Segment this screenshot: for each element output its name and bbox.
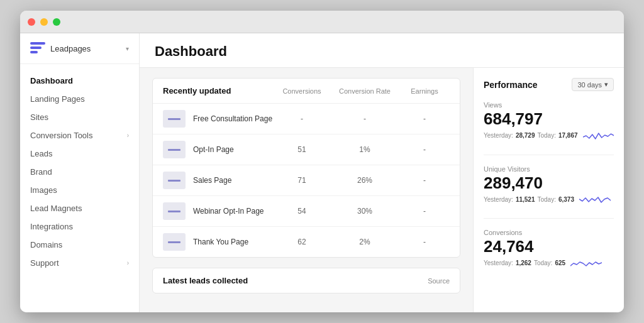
sidebar-item-leads[interactable]: Leads — [20, 145, 139, 163]
filter-label: 30 days — [577, 81, 602, 89]
performance-panel: Performance 30 days ▾ Views 684,797 Yest… — [473, 68, 624, 312]
page-name: Thank You Page — [193, 238, 274, 246]
sidebar-item-dashboard[interactable]: Dashboard — [20, 72, 139, 90]
row-conversions: 51 — [274, 145, 330, 154]
thumbnail-stripe — [168, 180, 180, 182]
nav-item-label: Lead Magnets — [30, 204, 82, 213]
leads-source-label: Source — [428, 277, 450, 285]
table-body: Free Consultation Page---Opt-In Page511%… — [153, 104, 460, 257]
thumbnail-stripe — [168, 149, 180, 151]
sidebar-item-lead-magnets[interactable]: Lead Magnets — [20, 199, 139, 217]
row-conversions: - — [274, 114, 330, 123]
yesterday-value: 28,729 — [516, 132, 535, 139]
content-area: Recently updated Conversions Conversion … — [140, 68, 624, 312]
nav-item-label: Images — [30, 185, 57, 195]
metric-block-views: Views 684,797 Yesterday: 28,729 Today: 1… — [484, 101, 614, 142]
performance-title: Performance — [484, 80, 572, 90]
sparkline-chart — [570, 257, 602, 270]
today-label: Today: — [537, 132, 555, 139]
sidebar-brand-name: Leadpages — [50, 44, 91, 53]
chevron-right-icon: › — [127, 132, 129, 139]
page-thumbnail — [163, 110, 186, 128]
row-conversions: 62 — [274, 238, 330, 246]
metric-value: 24,764 — [484, 238, 614, 256]
thumbnail-stripe — [168, 211, 180, 212]
row-earnings: - — [399, 176, 450, 185]
today-label: Today: — [537, 196, 555, 203]
row-conversions: 71 — [274, 176, 330, 185]
titlebar — [20, 11, 624, 33]
today-label: Today: — [534, 260, 552, 266]
sidebar-item-support[interactable]: Support› — [20, 254, 139, 272]
page-name: Free Consultation Page — [193, 114, 274, 123]
chevron-down-icon: ▾ — [126, 45, 129, 52]
today-value: 625 — [555, 260, 565, 266]
row-earnings: - — [399, 238, 450, 246]
nav-item-label: Conversion Tools — [30, 131, 92, 140]
page-name: Sales Page — [193, 176, 274, 185]
minimize-button[interactable] — [40, 18, 48, 26]
metric-label: Views — [484, 101, 614, 109]
sidebar-item-integrations[interactable]: Integrations — [20, 217, 139, 236]
yesterday-label: Yesterday: — [484, 196, 513, 203]
sidebar-item-domains[interactable]: Domains — [20, 236, 139, 254]
close-button[interactable] — [28, 18, 35, 26]
main-content: Dashboard Recently updated Conversions C… — [140, 33, 624, 312]
sidebar-item-conversion-tools[interactable]: Conversion Tools› — [20, 126, 139, 145]
today-value: 17,867 — [558, 132, 578, 139]
nav-item-label: Brand — [30, 167, 52, 177]
page-thumbnail — [163, 202, 186, 220]
metric-subtext: Yesterday: 11,521 Today: 6,373 — [484, 193, 614, 205]
table-row[interactable]: Webinar Opt-In Page5430%- — [153, 196, 460, 227]
nav-item-label: Dashboard — [30, 76, 73, 85]
sidebar-item-images[interactable]: Images — [20, 181, 139, 199]
app-window: Leadpages ▾ DashboardLanding PagesSitesC… — [20, 11, 624, 312]
thumbnail-stripe — [168, 118, 180, 120]
thumbnail-stripe — [168, 241, 180, 243]
nav-item-label: Domains — [30, 240, 62, 249]
row-rate: 1% — [330, 145, 399, 154]
yesterday-label: Yesterday: — [484, 260, 513, 266]
page-thumbnail — [163, 172, 186, 189]
nav-item-label: Sites — [30, 112, 48, 122]
metrics-container: Views 684,797 Yesterday: 28,729 Today: 1… — [484, 101, 614, 270]
nav-item-label: Support — [30, 258, 59, 268]
table-row[interactable]: Free Consultation Page--- — [153, 104, 460, 134]
logo-icon — [30, 42, 45, 55]
sparkline-chart — [583, 129, 614, 142]
sidebar-nav: DashboardLanding PagesSitesConversion To… — [20, 64, 139, 312]
maximize-button[interactable] — [53, 18, 60, 26]
col-rate-header: Conversion Rate — [330, 87, 399, 95]
sidebar-item-sites[interactable]: Sites — [20, 108, 139, 126]
page-name: Webinar Opt-In Page — [193, 207, 274, 216]
sidebar-item-brand[interactable]: Brand — [20, 163, 139, 181]
leads-header: Latest leads collected Source — [153, 268, 460, 293]
chevron-right-icon: › — [127, 260, 129, 266]
sidebar-item-landing-pages[interactable]: Landing Pages — [20, 90, 139, 108]
page-title: Dashboard — [155, 43, 609, 60]
yesterday-value: 1,262 — [516, 260, 531, 266]
yesterday-value: 11,521 — [516, 196, 535, 203]
nav-item-label: Leads — [30, 149, 52, 158]
sidebar-header[interactable]: Leadpages ▾ — [20, 33, 139, 64]
table-row[interactable]: Opt-In Page511%- — [153, 134, 460, 165]
table-header: Recently updated Conversions Conversion … — [153, 79, 460, 104]
performance-filter[interactable]: 30 days ▾ — [572, 78, 614, 91]
table-row[interactable]: Sales Page7126%- — [153, 165, 460, 196]
page-thumbnail — [163, 141, 186, 158]
row-rate: - — [330, 114, 399, 123]
metric-subtext: Yesterday: 28,729 Today: 17,867 — [484, 129, 614, 142]
nav-item-label: Landing Pages — [30, 94, 85, 104]
app-body: Leadpages ▾ DashboardLanding PagesSitesC… — [20, 33, 624, 312]
table-row[interactable]: Thank You Page622%- — [153, 227, 460, 257]
table-title: Recently updated — [163, 86, 274, 96]
page-thumbnail — [163, 233, 186, 251]
row-earnings: - — [399, 207, 450, 216]
metric-label: Unique Visitors — [484, 165, 614, 173]
leads-section: Latest leads collected Source — [152, 268, 460, 293]
table-area: Recently updated Conversions Conversion … — [140, 68, 473, 312]
yesterday-label: Yesterday: — [484, 132, 513, 139]
leads-title: Latest leads collected — [163, 276, 428, 285]
performance-header: Performance 30 days ▾ — [484, 78, 614, 91]
metric-block-conversions: Conversions 24,764 Yesterday: 1,262 Toda… — [484, 229, 614, 270]
